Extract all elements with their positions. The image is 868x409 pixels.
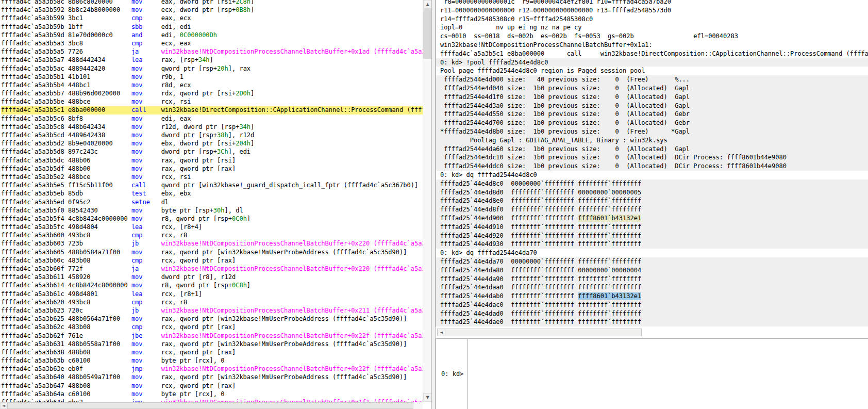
disasm-row[interactable]: ffffad4c`a5a3b647 488b08 mov rcx, qword …	[1, 382, 423, 390]
disasm-operands: r8d, ecx	[161, 81, 191, 89]
scroll-left-icon[interactable]: ◄	[0, 402, 7, 409]
command-output-line: ffffad25`44e4dab0 ffffffff`ffffffff ffff…	[436, 292, 868, 301]
command-input[interactable]	[468, 339, 868, 409]
disasm-operands: win32kbase!NtDCompositionProcessChannelB…	[161, 265, 423, 272]
disasm-row[interactable]: ffffad4c`a5a3b5d2 8b9e04020000 mov ebx, …	[1, 139, 423, 148]
disasm-mnemonic: mov	[131, 373, 161, 381]
disasm-row[interactable]: ffffad4c`a5a3b5f4 4c8b8424c0000000 mov r…	[1, 215, 423, 223]
disasm-row[interactable]: ffffad4c`a5a3b63b c60100 mov byte ptr [r…	[1, 356, 423, 365]
disasm-operands: ]	[210, 56, 213, 63]
disasm-row[interactable]: ffffad4c`a5a3b5a3 3bc8 cmp ecx, eax	[1, 39, 423, 47]
disasm-row[interactable]: ffffad4c`a5a3b603 723b jb win32kbase!NtD…	[1, 239, 423, 248]
scroll-left-icon[interactable]: ◄	[438, 329, 445, 336]
disasm-mnemonic: mov	[131, 6, 161, 13]
horizontal-scrollbar-thumb[interactable]	[7, 402, 413, 409]
disasm-row[interactable]: ffffad4c`a5a3b5c1 e8ba000000 call win32k…	[1, 106, 423, 114]
disasm-row[interactable]: ffffad4c`a5a3b5ac 4889442420 mov qword p…	[1, 64, 423, 73]
windbg-window: ffffad4c`a5a3b58c 8b86c8020000 mov eax, …	[0, 0, 868, 409]
pane-splitter[interactable]	[431, 0, 436, 409]
disasm-row[interactable]: ffffad4c`a5a3b60c 483b08 cmp rcx, qword …	[1, 256, 423, 265]
command-output-line: ffffad25`44e4daa0 ffffffff`ffffffff ffff…	[436, 283, 868, 292]
disasm-row[interactable]: ffffad4c`a5a3b5fc 498d4804 lea rcx, [r8+…	[1, 223, 423, 231]
disasm-row[interactable]: ffffad4c`a5a3b5cd 4489642438 mov dword p…	[1, 131, 423, 139]
disasm-row[interactable]: ffffad4c`a5a3b5ed 0f95c2 setne dl	[1, 198, 423, 206]
disasm-mnemonic: call	[131, 182, 161, 189]
disasm-row[interactable]: ffffad4c`a5a3b592 8b8c24b8000000 mov ecx…	[1, 6, 423, 14]
disasm-address-bytes: ffffad4c`a5a3b60c 483b08	[1, 257, 131, 264]
command-output-line: ffffad2544e4ddc0 size: 1b0 previous size…	[436, 162, 868, 171]
disasm-row[interactable]: ffffad4c`a5a3b61c 498d4801 lea rcx, [r8+…	[1, 290, 423, 298]
disasm-row[interactable]: ffffad4c`a5a3b5df 488b00 mov rax, qword …	[1, 165, 423, 173]
disasm-address-bytes: ffffad4c`a5a3b631 488b0558a71f00	[1, 340, 131, 348]
disasm-operands: ], edi	[228, 148, 251, 155]
disasm-row[interactable]: ffffad4c`a5a3b600 493bc8 cmp rcx, r8	[1, 231, 423, 239]
disasm-row[interactable]: ffffad4c`a5a3b5e2 488bce mov rcx, rsi	[1, 173, 423, 181]
disasm-row[interactable]: ffffad4c`a5a3b5b4 448bc1 mov r8d, ecx	[1, 81, 423, 89]
disasm-address-bytes: ffffad4c`a5a3b5c6 8bf8	[1, 115, 131, 122]
output-text: ffffad25`44e4d8c0 00000000`ffffffff ffff…	[440, 180, 641, 187]
command-output-line: ffffad25`44e4d900 ffffffff`ffffffff ffff…	[436, 214, 868, 223]
disasm-address-bytes: ffffad4c`a5a3b5f4 4c8b8424c0000000	[1, 215, 131, 222]
disasm-mnemonic: mov	[131, 273, 161, 281]
disasm-row[interactable]: ffffad4c`a5a3b5be 488bce mov rcx, rsi	[1, 97, 423, 106]
disasm-row[interactable]: ffffad4c`a5a3b614 4c8b8424c8000000 mov r…	[1, 281, 423, 289]
command-output[interactable]: r8=000000000000001c r9=0000004c4ef2f801 …	[436, 0, 868, 327]
disasm-mnemonic: lea	[131, 56, 161, 63]
disasm-row[interactable]: ffffad4c`a5a3b5c8 448b642434 mov r12d, d…	[1, 123, 423, 131]
disasm-row[interactable]: ffffad4c`a5a3b5b7 488b96d0020000 mov rdx…	[1, 89, 423, 97]
disassembly-horizontal-scrollbar[interactable]: ◄	[0, 402, 423, 409]
disasm-operands: dword ptr [r8], r12d	[161, 273, 236, 281]
disasm-address-bytes: ffffad4c`a5a3b5f0 88542430	[1, 207, 131, 214]
disasm-row[interactable]: ffffad4c`a5a3b599 3bc1 cmp eax, ecx	[1, 14, 423, 22]
disasm-row[interactable]: ffffad4c`a5a3b5a5 7726 ja win32kbase!NtD…	[1, 47, 423, 56]
disasm-row[interactable]: ffffad4c`a5a3b5d8 897c243c mov dword ptr…	[1, 148, 423, 156]
output-text: ffffad25`44e4dac0 ffffffff`ffffffff ffff…	[440, 301, 641, 308]
disasm-row[interactable]: ffffad4c`a5a3b5dc 488b06 mov rax, qword …	[1, 156, 423, 165]
disasm-row[interactable]: ffffad4c`a5a3b5b1 41b101 mov r9b, 1	[1, 73, 423, 81]
scroll-up-icon[interactable]: ▲	[423, 0, 432, 9]
command-output-line: ffffad25`44e4dae0 ffffffff`ffffffff ffff…	[436, 318, 868, 326]
command-output-line: *ffffad2544e4d8b0 size: 1b0 previous siz…	[436, 127, 868, 136]
disasm-row[interactable]: ffffad4c`a5a3b64d ebc2 jmp win32kbase!Nt…	[1, 398, 423, 402]
disasm-row[interactable]: ffffad4c`a5a3b631 488b0558a71f00 mov rax…	[1, 340, 423, 348]
scroll-down-icon[interactable]: ▼	[423, 393, 432, 402]
disasm-row[interactable]: ffffad4c`a5a3b5e5 ff15c5b11f00 call qwor…	[1, 181, 423, 189]
disasm-row[interactable]: ffffad4c`a5a3b60f 772f ja win32kbase!NtD…	[1, 265, 423, 273]
command-output-line: 0: kd> dq ffffad2544e4da70	[436, 249, 868, 257]
disasm-row[interactable]: ffffad4c`a5a3b625 488b0564a71f00 mov rax…	[1, 315, 423, 323]
disasm-row[interactable]: ffffad4c`a5a3b63e eb0f jmp win32kbase!Nt…	[1, 365, 423, 373]
disasm-row[interactable]: ffffad4c`a5a3b58c 8b86c8020000 mov eax, …	[1, 0, 423, 6]
command-output-line: ffffad2544e4d1f0 size: 1b0 previous size…	[436, 93, 868, 102]
output-text: cs=0010 ss=0018 ds=002b es=002b fs=0053 …	[440, 32, 738, 40]
disasm-row[interactable]: ffffad4c`a5a3b59d 81e70d0000c0 and edi, …	[1, 31, 423, 39]
disasm-operands: ]	[247, 282, 251, 289]
disassembly-listing[interactable]: ffffad4c`a5a3b58c 8b86c8020000 mov eax, …	[0, 0, 423, 402]
disasm-row[interactable]: ffffad4c`a5a3b611 458920 mov dword ptr […	[1, 273, 423, 281]
disasm-row[interactable]: ffffad4c`a5a3b59b 1bff sbb edi, edi	[1, 23, 423, 31]
disasm-address-bytes: ffffad4c`a5a3b5fc 498d4804	[1, 223, 131, 231]
disassembly-vertical-scrollbar[interactable]: ▲ ▼	[423, 0, 431, 402]
horizontal-scrollbar-thumb[interactable]	[445, 329, 641, 336]
disasm-row[interactable]: ffffad4c`a5a3b5f0 88542430 mov byte ptr …	[1, 206, 423, 215]
disasm-row[interactable]: ffffad4c`a5a3b5a7 488d442434 lea rax, [r…	[1, 56, 423, 64]
disasm-row[interactable]: ffffad4c`a5a3b62c 483b08 cmp rcx, qword …	[1, 323, 423, 331]
disasm-row[interactable]: ffffad4c`a5a3b623 720c jb win32kbase!NtD…	[1, 306, 423, 315]
output-text: ffffad25`44e4dad0 ffffffff`ffffffff ffff…	[440, 310, 641, 317]
disasm-address-bytes: ffffad4c`a5a3b58c 8b86c8020000	[1, 0, 131, 5]
disasm-operands: ]	[251, 90, 254, 97]
output-text: ffffad25`44e4dae0 ffffffff`ffffffff ffff…	[440, 318, 641, 325]
disasm-row[interactable]: ffffad4c`a5a3b62f 761e jbe win32kbase!Nt…	[1, 332, 423, 340]
disasm-operands: win32kbase!NtDCompositionProcessChannelB…	[161, 48, 423, 55]
disasm-address-bytes: ffffad4c`a5a3b638 488b08	[1, 349, 131, 356]
disasm-row[interactable]: ffffad4c`a5a3b638 488b08 mov rcx, qword …	[1, 348, 423, 356]
disasm-row[interactable]: ffffad4c`a5a3b605 488b0584a71f00 mov rax…	[1, 248, 423, 256]
disasm-row[interactable]: ffffad4c`a5a3b640 488b0549a71f00 mov rax…	[1, 373, 423, 381]
disasm-row[interactable]: ffffad4c`a5a3b5eb 85db test ebx, ebx	[1, 189, 423, 198]
command-horizontal-scrollbar[interactable]: ◄	[437, 329, 642, 336]
disasm-row[interactable]: ffffad4c`a5a3b64a c60100 mov byte ptr [r…	[1, 390, 423, 398]
disasm-operands: rax, qword ptr [rsi]	[161, 157, 236, 164]
disasm-row[interactable]: ffffad4c`a5a3b620 493bc8 cmp rcx, r8	[1, 298, 423, 306]
disasm-row[interactable]: ffffad4c`a5a3b5c6 8bf8 mov edi, eax	[1, 114, 423, 123]
command-input-row: 0: kd>	[436, 338, 868, 409]
vertical-scrollbar-thumb[interactable]	[423, 9, 432, 59]
